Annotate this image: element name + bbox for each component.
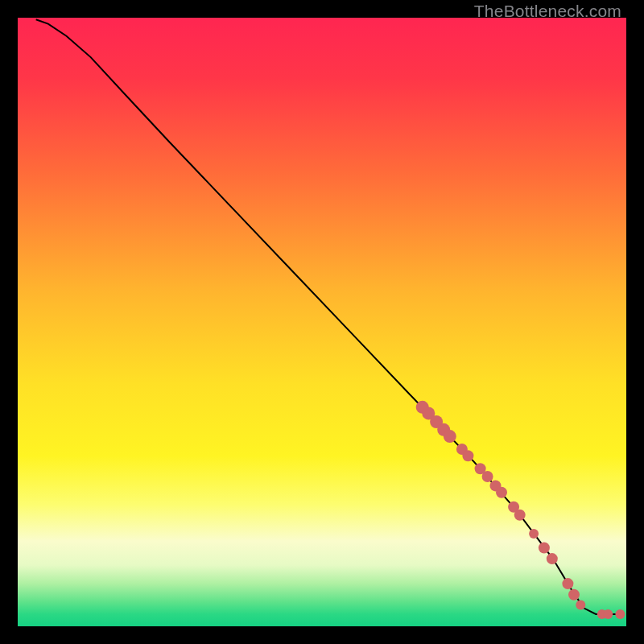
data-marker: [482, 471, 493, 482]
data-marker: [444, 430, 456, 443]
data-marker: [547, 553, 558, 564]
data-marker: [496, 487, 507, 498]
chart-svg: [18, 18, 626, 626]
data-marker: [603, 609, 613, 619]
data-marker: [529, 529, 539, 539]
data-marker: [562, 578, 573, 589]
data-marker: [568, 589, 580, 601]
chart-frame: [18, 18, 626, 626]
data-marker: [615, 609, 625, 619]
watermark-text: TheBottleneck.com: [474, 2, 621, 21]
data-marker: [462, 450, 473, 461]
data-marker: [539, 543, 550, 554]
data-marker: [514, 510, 526, 521]
data-marker: [576, 601, 585, 610]
